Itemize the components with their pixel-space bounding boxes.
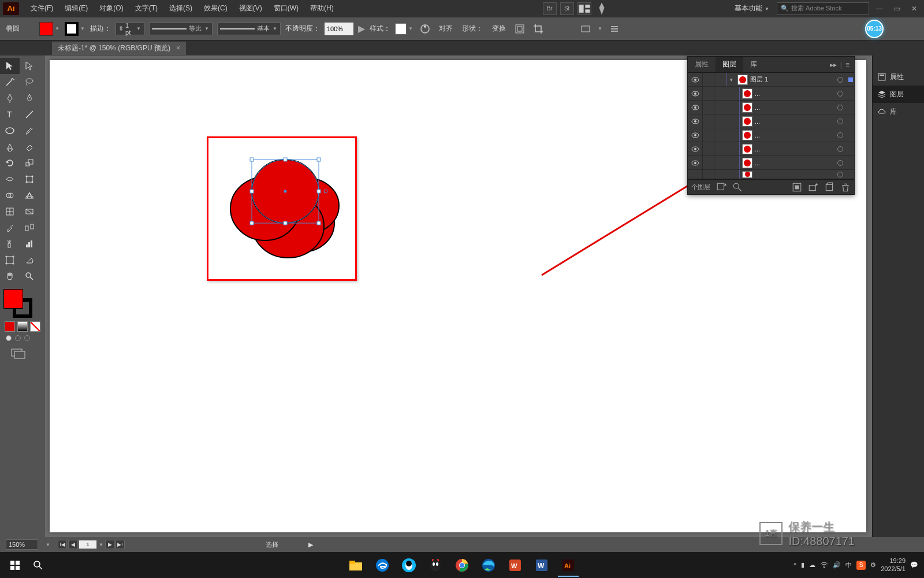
sublayer-name[interactable]: ... — [755, 160, 833, 166]
pen-tool[interactable] — [0, 90, 20, 106]
fill-color-large[interactable] — [3, 289, 23, 309]
tray-wifi-icon[interactable] — [820, 561, 828, 570]
prev-artboard-button[interactable]: ◀ — [68, 540, 77, 549]
tray-battery-icon[interactable]: ▮ — [801, 561, 804, 569]
close-window-button[interactable]: ✕ — [907, 3, 921, 14]
task-edge-legacy[interactable] — [370, 554, 395, 577]
artboard-tool[interactable] — [0, 252, 20, 268]
direct-selection-tool[interactable] — [20, 58, 39, 74]
sublayer-row[interactable]: ... — [688, 156, 854, 170]
target-toggle[interactable] — [833, 105, 847, 110]
menu-effect[interactable]: 效果(C) — [198, 1, 233, 16]
panel-tab-properties[interactable]: 属性 — [688, 57, 716, 72]
selection-tool[interactable] — [0, 58, 20, 74]
bridge-button[interactable]: Br — [543, 2, 557, 15]
tray-notifications-icon[interactable]: 💬 — [910, 561, 918, 569]
menu-type[interactable]: 文字(T) — [129, 1, 163, 16]
brush-def-select[interactable]: 基本▼ — [217, 23, 281, 35]
line-tool[interactable] — [20, 106, 39, 123]
tray-onedrive-icon[interactable]: ☁ — [809, 561, 815, 569]
sublayer-row[interactable]: ... — [688, 87, 854, 101]
shape-builder-tool[interactable] — [0, 187, 20, 203]
transform-link[interactable]: 变换 — [490, 24, 508, 34]
menu-file[interactable]: 文件(F) — [25, 1, 59, 16]
clip-mask-icon[interactable] — [792, 182, 802, 192]
visibility-toggle[interactable] — [688, 114, 703, 128]
task-qq[interactable] — [396, 554, 422, 577]
visibility-toggle[interactable] — [688, 128, 703, 142]
scale-tool[interactable] — [20, 155, 39, 171]
sublayer-name[interactable]: ... — [755, 118, 833, 125]
fill-swatch[interactable] — [39, 22, 53, 36]
slice-tool[interactable] — [20, 252, 39, 268]
close-tab-button[interactable]: × — [176, 44, 180, 52]
tray-ime[interactable]: 中 — [845, 561, 852, 569]
paintbrush-tool[interactable] — [20, 123, 39, 139]
draw-behind[interactable] — [15, 335, 21, 341]
artwork-ellipses[interactable] — [222, 142, 355, 269]
zoom-tool[interactable] — [20, 268, 39, 284]
menu-help[interactable]: 帮助(H) — [304, 1, 340, 16]
stroke-swatch[interactable] — [65, 22, 79, 36]
hand-tool[interactable] — [0, 268, 20, 284]
collapse-panel-icon[interactable]: ▸▸ — [830, 61, 837, 69]
screen-mode-button[interactable] — [10, 347, 28, 360]
task-explorer[interactable] — [343, 554, 368, 577]
curvature-tool[interactable] — [20, 90, 39, 106]
visibility-toggle[interactable] — [688, 156, 703, 169]
dock-properties[interactable]: 属性 — [873, 68, 924, 86]
recolor-icon[interactable] — [418, 22, 432, 36]
lock-toggle[interactable] — [703, 73, 714, 86]
sublayer-name[interactable]: ... — [755, 132, 833, 139]
tray-clock[interactable]: 19:29 2022/5/1 — [881, 557, 906, 572]
column-graph-tool[interactable] — [20, 236, 39, 252]
draw-normal[interactable] — [6, 335, 12, 341]
maximize-button[interactable]: ▭ — [890, 3, 904, 14]
opacity-input[interactable]: 100% — [325, 23, 353, 35]
menu-select[interactable]: 选择(S) — [163, 1, 198, 16]
layer-name[interactable]: 图层 1 — [750, 75, 833, 84]
gpu-rocket-icon[interactable] — [595, 2, 609, 15]
menu-window[interactable]: 窗口(W) — [268, 1, 304, 16]
ellipse-tool[interactable] — [0, 123, 20, 139]
sublayer-name[interactable]: ... — [755, 104, 833, 111]
minimize-button[interactable]: — — [873, 3, 886, 14]
prefs-icon[interactable] — [579, 22, 593, 36]
artboard-number[interactable]: 1 — [79, 540, 97, 549]
color-mode-gradient[interactable] — [17, 321, 28, 332]
dock-libraries[interactable]: 库 — [873, 103, 924, 120]
stroke-control[interactable]: ▼ — [65, 22, 85, 36]
shape-link[interactable]: 形状： — [460, 24, 485, 34]
tray-chevron-icon[interactable]: ^ — [793, 562, 796, 569]
task-edge[interactable] — [476, 554, 501, 577]
workspace-switcher[interactable]: 基本功能 ▼ — [731, 2, 773, 14]
taskbar-search[interactable] — [28, 555, 49, 576]
disclosure-toggle[interactable]: ▾ — [727, 77, 735, 83]
symbol-sprayer-tool[interactable] — [0, 236, 20, 252]
task-wps[interactable]: W — [502, 554, 528, 577]
new-layer-icon[interactable] — [824, 182, 834, 192]
draw-inside[interactable] — [24, 335, 30, 341]
shaper-tool[interactable] — [0, 139, 20, 155]
graphic-style-select[interactable]: ▼ — [395, 23, 413, 35]
arrange-docs-button[interactable] — [578, 2, 591, 15]
width-profile-select[interactable]: 等比▼ — [149, 23, 213, 35]
eraser-tool[interactable] — [20, 139, 39, 155]
target-toggle[interactable] — [833, 118, 847, 124]
visibility-toggle[interactable] — [688, 87, 703, 100]
target-toggle[interactable] — [833, 160, 847, 166]
sublayer-row[interactable]: ... — [688, 114, 854, 128]
panel-menu-icon[interactable]: ≡ — [845, 61, 850, 69]
search-layers-icon[interactable] — [732, 182, 743, 192]
task-chrome[interactable] — [449, 554, 475, 577]
sublayer-name[interactable]: ... — [755, 146, 833, 153]
fill-control[interactable]: ▼ — [39, 22, 60, 36]
document-tab[interactable]: 未标题-1* @ 150% (RGB/GPU 预览) × — [52, 42, 186, 55]
menu-edit[interactable]: 编辑(E) — [59, 1, 94, 16]
stroke-weight-input[interactable]: ⇳ 1 pt▼ — [116, 23, 144, 35]
panel-tab-layers[interactable]: 图层 — [716, 57, 743, 72]
menu-object[interactable]: 对象(O) — [94, 1, 129, 16]
menu-view[interactable]: 视图(V) — [233, 1, 268, 16]
locate-object-icon[interactable] — [716, 182, 726, 192]
first-artboard-button[interactable]: I◀ — [58, 540, 67, 549]
